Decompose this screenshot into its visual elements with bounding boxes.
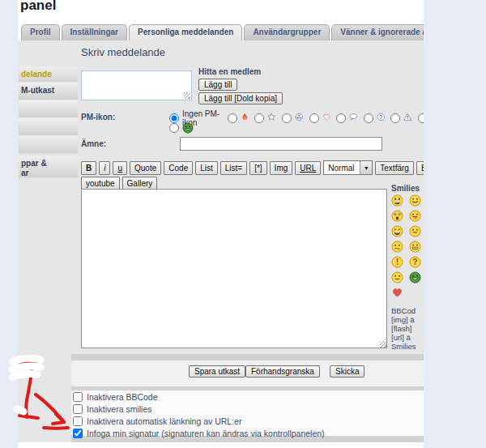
sidebar-item-label: ppar & — [21, 159, 47, 168]
disable-smilies-checkbox[interactable] — [73, 404, 83, 414]
img-button[interactable]: Img — [270, 161, 293, 175]
bold-button[interactable]: B — [81, 161, 96, 175]
option-row: Infoga min signatur (signaturen kan ändr… — [73, 429, 325, 438]
sidebar-item-5[interactable] — [19, 136, 78, 153]
smilies-header: Smilies — [391, 184, 420, 193]
smiley-uneasy-icon[interactable] — [391, 241, 403, 253]
add-recipient-button[interactable]: Lägg till — [198, 79, 237, 91]
preview-button[interactable]: Förhandsgranska — [245, 365, 320, 378]
attach-signature-checkbox[interactable] — [73, 429, 83, 438]
sidebar-item-skriv-meddelande[interactable]: delande — [19, 66, 78, 82]
sidebar-item-label-line2: ar — [21, 169, 78, 177]
option-label: Infoga min signatur (signaturen kan ändr… — [87, 429, 325, 438]
pm-icon-label: PM-ikon: — [81, 113, 115, 122]
smiley-happy-icon[interactable] — [409, 225, 421, 237]
format-select[interactable]: Normal ▼ — [323, 160, 373, 175]
recipients-textarea[interactable] — [81, 70, 192, 100]
pm-icon-radio-row2 — [166, 122, 194, 134]
heart-outline-icon — [322, 113, 331, 124]
smiley-neutral-icon[interactable] — [391, 271, 403, 284]
pm-icon-radio-speech[interactable] — [336, 113, 346, 123]
divider — [71, 354, 424, 361]
pm-icon-radio-clipped[interactable] — [418, 113, 424, 123]
status-line: [flash] — [391, 324, 416, 333]
message-textarea[interactable] — [81, 189, 387, 348]
smiley-lol-icon[interactable] — [391, 225, 403, 237]
disable-url-linking-checkbox[interactable] — [73, 416, 83, 426]
code-button[interactable]: Code — [164, 161, 193, 175]
star-icon — [267, 113, 276, 124]
underline-button[interactable]: u — [113, 161, 127, 175]
chevron-down-icon: ▼ — [360, 161, 372, 174]
smiley-laugh-icon[interactable] — [391, 194, 403, 207]
svg-text:?: ? — [379, 114, 382, 120]
page-title: panel — [20, 0, 56, 14]
fire-icon — [241, 113, 249, 124]
url-button[interactable]: URL — [295, 161, 321, 175]
sidebar-item-pm-utkast[interactable]: M-utkast — [19, 83, 78, 100]
list-eq-button[interactable]: List= — [220, 161, 247, 175]
subject-input[interactable] — [180, 137, 382, 151]
smiley-green-grin-icon[interactable] — [409, 271, 421, 284]
tab-vanner-ignorerade[interactable]: Vänner & ignorerade användare — [331, 24, 424, 41]
pm-icon-radio-heart[interactable] — [309, 113, 319, 123]
tab-installningar[interactable]: Inställningar — [62, 24, 127, 41]
option-row: Inaktivera BBCode — [73, 392, 158, 402]
tab-personliga-meddelanden[interactable]: Personliga meddelanden — [129, 24, 242, 41]
format-select-value: Normal — [324, 161, 360, 174]
svg-text:!: ! — [396, 258, 399, 267]
status-line: BBCod — [391, 306, 416, 315]
status-line: Smilies — [391, 342, 416, 351]
send-button[interactable]: Skicka — [330, 365, 364, 378]
tab-profil[interactable]: Profil — [21, 24, 60, 41]
smiley-question-icon[interactable]: ? — [409, 256, 421, 268]
italic-button[interactable]: i — [99, 161, 110, 175]
pm-icon-radio-row: Ingen PM-ikon ? ! — [166, 109, 424, 127]
tab-bar: Profil Inställningar Personliga meddelan… — [21, 24, 424, 41]
subject-label: Ämne: — [81, 139, 106, 148]
quote-button[interactable]: Quote — [130, 161, 161, 175]
bbcode-toolbar-row1: B i u Quote Code List List= [*] Img URL … — [81, 160, 424, 175]
smiley-exclaim-icon[interactable]: ! — [391, 256, 403, 268]
compose-heading: Skriv meddelande — [81, 46, 165, 58]
content-area: delande M-utkast ppar & ar Skriv meddela… — [18, 41, 424, 442]
add-bcc-button[interactable]: Lägg till [Dold kopia] — [198, 92, 283, 105]
speech-bubble-icon — [349, 113, 358, 124]
find-member-link[interactable]: Hitta en medlem — [198, 67, 261, 76]
disable-bbcode-checkbox[interactable] — [73, 392, 83, 402]
tab-anvandargrupper[interactable]: Användargrupper — [244, 24, 330, 41]
status-line: [img] ä — [391, 315, 416, 324]
pm-icon-radio-question[interactable] — [364, 113, 373, 123]
svg-text:?: ? — [412, 258, 417, 267]
green-grin-icon — [182, 122, 194, 134]
pm-icon-radio-ball[interactable] — [282, 113, 292, 123]
ball-icon — [295, 113, 304, 124]
list-button[interactable]: List — [195, 161, 218, 175]
question-icon: ? — [377, 113, 386, 124]
alert-triangle-icon: ! — [403, 113, 412, 124]
smiley-smile-icon[interactable] — [409, 194, 421, 207]
resize-handle-icon[interactable] — [184, 92, 190, 99]
sidebar-item-4[interactable] — [19, 118, 78, 135]
control-panel-window: panel Profil Inställningar Personliga me… — [18, 0, 424, 448]
smiley-shock-icon[interactable] — [391, 210, 403, 222]
smiley-heart-icon[interactable] — [391, 286, 403, 298]
pm-icon-radio-alert[interactable] — [390, 113, 400, 123]
pm-icon-radio-green-grin[interactable] — [169, 123, 179, 133]
pm-icon-radio-star[interactable] — [254, 113, 264, 123]
pm-icon-radio-fire[interactable] — [228, 113, 237, 123]
smiley-razz-icon[interactable] — [409, 210, 421, 222]
option-row: Inaktivera smilies — [73, 404, 152, 414]
save-draft-button[interactable]: Spara utkast — [189, 365, 245, 378]
sidebar-item-grupper-mappar[interactable]: ppar & ar — [19, 156, 78, 177]
textcolor-button[interactable]: Textfärg — [375, 161, 414, 175]
sidebar-item-3[interactable] — [19, 100, 78, 117]
resize-handle-icon[interactable] — [380, 341, 386, 348]
list-item-button[interactable]: [*] — [249, 161, 266, 175]
bilder-button[interactable]: BILDER — [416, 161, 424, 175]
status-line: [url] ä — [391, 333, 416, 342]
smiley-grit-icon[interactable] — [409, 241, 421, 253]
option-label: Inaktivera smilies — [87, 404, 152, 414]
option-label: Inaktivera BBCode — [87, 392, 158, 402]
option-label: Inaktivera automatisk länkning av URL:er — [87, 416, 241, 426]
